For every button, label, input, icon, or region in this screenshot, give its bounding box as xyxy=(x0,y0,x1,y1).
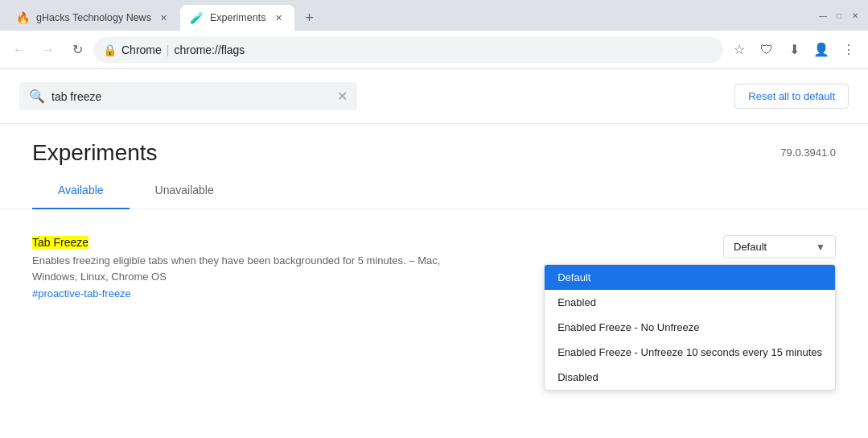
flag-link[interactable]: #proactive-tab-freeze xyxy=(32,287,450,300)
search-input[interactable] xyxy=(51,90,331,103)
new-tab-button[interactable]: + xyxy=(298,6,320,29)
tab-ghacks-label: gHacks Technology News xyxy=(36,12,151,23)
experiments-header: Experiments 79.0.3941.0 xyxy=(0,124,868,166)
flag-item: Tab Freeze Enables freezing eligible tab… xyxy=(32,225,836,309)
search-clear-icon[interactable]: ✕ xyxy=(337,89,348,104)
dropdown-trigger[interactable]: Default ▼ xyxy=(723,235,836,258)
shield-button[interactable]: 🛡 xyxy=(754,37,780,63)
experiments-tabs: Available Unavailable xyxy=(0,172,868,209)
tab-ghacks[interactable]: 🔥 gHacks Technology News ✕ xyxy=(6,5,180,31)
page-content: 🔍 ✕ Reset all to default Experiments 79.… xyxy=(0,69,868,438)
tab-experiments-label: Experiments xyxy=(210,12,265,23)
refresh-button[interactable]: ↻ xyxy=(64,37,90,63)
flag-info: Tab Freeze Enables freezing eligible tab… xyxy=(32,235,450,300)
tab-experiments-icon: 🧪 xyxy=(190,11,204,24)
tab-experiments-close[interactable]: ✕ xyxy=(272,11,285,24)
flag-name: Tab Freeze xyxy=(32,236,88,249)
flag-description: Enables freezing eligible tabs when they… xyxy=(32,253,450,284)
dropdown-option-enabled-freeze-no-unfreeze[interactable]: Enabled Freeze - No Unfreeze xyxy=(545,315,835,340)
tab-ghacks-icon: 🔥 xyxy=(16,11,30,24)
maximize-button[interactable]: □ xyxy=(833,9,845,22)
reset-all-button[interactable]: Reset all to default xyxy=(734,84,849,109)
lock-icon: 🔒 xyxy=(103,43,117,56)
omnibox-site: Chrome xyxy=(121,43,162,56)
search-bar-row: 🔍 ✕ Reset all to default xyxy=(0,69,868,124)
profile-button[interactable]: 👤 xyxy=(808,37,834,63)
tab-available[interactable]: Available xyxy=(32,172,130,209)
dropdown-selected-value: Default xyxy=(734,241,767,253)
dropdown-option-enabled-freeze-unfreeze[interactable]: Enabled Freeze - Unfreeze 10 seconds eve… xyxy=(545,340,835,365)
search-icon: 🔍 xyxy=(29,89,45,104)
address-bar: ← → ↻ 🔒 Chrome | chrome://flags ☆ 🛡 ⬇ 👤 … xyxy=(0,31,868,69)
omnibox[interactable]: 🔒 Chrome | chrome://flags xyxy=(93,37,723,63)
dropdown-option-default[interactable]: Default xyxy=(545,265,835,290)
title-bar: 🔥 gHacks Technology News ✕ 🧪 Experiments… xyxy=(0,0,868,31)
flag-list: Tab Freeze Enables freezing eligible tab… xyxy=(0,209,868,325)
back-button[interactable]: ← xyxy=(6,37,32,63)
menu-button[interactable]: ⋮ xyxy=(836,37,862,63)
tab-ghacks-close[interactable]: ✕ xyxy=(158,11,171,24)
dropdown-arrow-icon: ▼ xyxy=(816,242,825,253)
download-button[interactable]: ⬇ xyxy=(781,37,807,63)
omnibox-url: chrome://flags xyxy=(174,43,245,56)
minimize-button[interactable]: — xyxy=(817,9,829,22)
window-controls: — □ ✕ xyxy=(817,9,862,22)
star-button[interactable]: ☆ xyxy=(726,37,752,63)
dropdown-option-enabled[interactable]: Enabled xyxy=(545,290,835,315)
close-button[interactable]: ✕ xyxy=(849,9,862,22)
dropdown-menu: Default Enabled Enabled Freeze - No Unfr… xyxy=(544,264,836,390)
omnibox-separator: | xyxy=(167,43,170,56)
page-title: Experiments xyxy=(32,140,158,166)
flag-control[interactable]: Default ▼ Default Enabled Enabled Freeze… xyxy=(723,235,836,258)
toolbar-icons: ☆ 🛡 ⬇ 👤 ⋮ xyxy=(726,37,862,63)
tab-unavailable[interactable]: Unavailable xyxy=(130,172,240,209)
version-text: 79.0.3941.0 xyxy=(780,147,836,159)
tab-experiments[interactable]: 🧪 Experiments ✕ xyxy=(180,5,294,31)
forward-button[interactable]: → xyxy=(35,37,61,63)
search-box[interactable]: 🔍 ✕ xyxy=(19,82,357,110)
dropdown-option-disabled[interactable]: Disabled xyxy=(545,365,835,390)
